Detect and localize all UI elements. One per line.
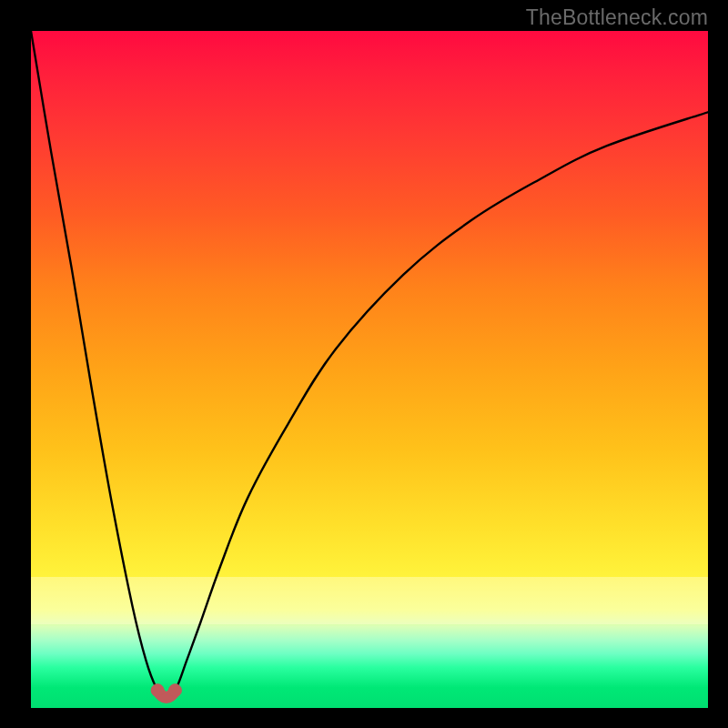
chart-frame: TheBottleneck.com (0, 0, 728, 728)
watermark-text: TheBottleneck.com (526, 5, 708, 30)
min-marker-right (168, 684, 181, 697)
plot-area (31, 31, 708, 708)
curve-layer (31, 31, 708, 708)
min-marker-left (151, 684, 164, 697)
bottleneck-curve (31, 31, 708, 702)
